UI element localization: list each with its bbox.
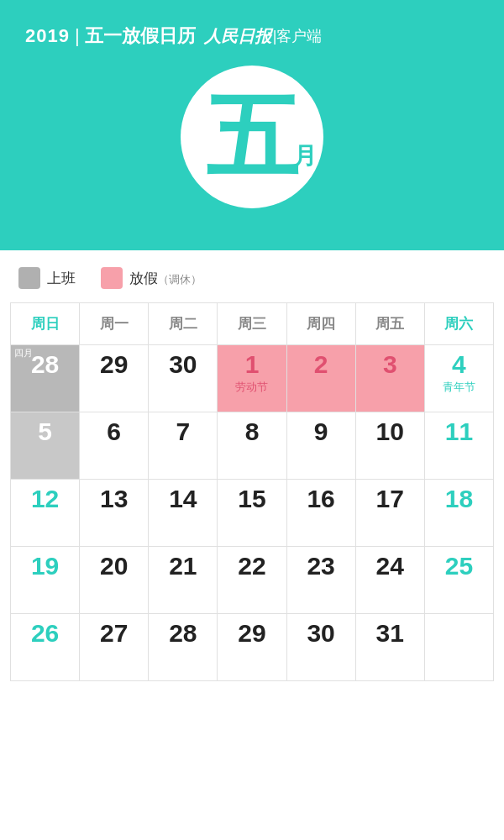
calendar-cell: 29 <box>218 614 286 681</box>
calendar-cell: 6 <box>80 412 149 480</box>
calendar-cell <box>424 614 493 681</box>
legend-holiday-box <box>101 267 123 289</box>
cell-num: 17 <box>360 485 421 512</box>
calendar-cell: 18 <box>424 480 493 547</box>
calendar-cell: 1劳动节 <box>218 345 286 412</box>
calendar-cell: 22 <box>218 547 286 614</box>
month-sub: 月 <box>293 144 317 168</box>
legend-row: 上班 放假（调休） <box>10 267 494 289</box>
calendar-cell: 19 <box>11 547 80 614</box>
calendar-row-4: 262728293031 <box>11 614 494 681</box>
th-thu: 周四 <box>286 303 355 345</box>
calendar-cell: 29 <box>80 345 149 412</box>
calendar-cell: 3 <box>355 345 424 412</box>
cell-num: 19 <box>14 552 76 580</box>
brand-name: 人民日报 <box>204 25 271 48</box>
legend-work-label: 上班 <box>47 269 76 288</box>
cell-num: 2 <box>291 350 352 378</box>
calendar-cell: 9 <box>286 412 355 480</box>
legend-work-box <box>18 267 40 289</box>
cell-num: 30 <box>291 619 352 647</box>
brand-suffix: |客户端 <box>273 26 323 46</box>
calendar-row-1: 567891011 <box>11 412 494 480</box>
calendar-cell: 四月28 <box>11 345 80 412</box>
calendar-cell: 14 <box>149 480 218 547</box>
cell-num: 8 <box>221 417 282 445</box>
cell-num: 15 <box>221 485 282 512</box>
calendar-table: 周日 周一 周二 周三 周四 周五 周六 四月2829301劳动节234青年节5… <box>10 302 494 681</box>
calendar-row-3: 19202122232425 <box>11 547 494 614</box>
calendar-cell: 4青年节 <box>424 345 493 412</box>
calendar-cell: 2 <box>286 345 355 412</box>
weekday-header-row: 周日 周一 周二 周三 周四 周五 周六 <box>11 303 494 345</box>
legend-holiday-label: 放假（调休） <box>129 269 202 288</box>
cell-num: 7 <box>152 417 213 445</box>
cell-num: 3 <box>360 350 421 378</box>
cell-sub: 劳动节 <box>221 380 282 395</box>
calendar-cell: 31 <box>355 614 424 681</box>
title-sep: | <box>75 25 80 47</box>
calendar-cell: 26 <box>11 614 80 681</box>
calendar-cell: 27 <box>80 614 149 681</box>
calendar-cell: 5 <box>11 412 80 480</box>
cell-num: 16 <box>291 485 352 512</box>
calendar-row-2: 12131415161718 <box>11 480 494 547</box>
month-circle-wrapper: 五 月 <box>25 66 479 208</box>
cell-num: 26 <box>14 619 76 647</box>
cell-num: 13 <box>83 485 144 512</box>
th-tue: 周二 <box>149 303 218 345</box>
calendar-cell: 25 <box>424 547 493 614</box>
cell-num: 31 <box>360 619 421 647</box>
cell-num: 14 <box>152 485 213 512</box>
calendar-cell: 8 <box>218 412 286 480</box>
cell-num: 6 <box>83 417 144 445</box>
calendar-cell: 17 <box>355 480 424 547</box>
cell-num: 21 <box>152 552 213 580</box>
cell-num: 29 <box>83 350 144 378</box>
calendar-cell: 20 <box>80 547 149 614</box>
calendar-cell: 7 <box>149 412 218 480</box>
header: 2019 | 五一放假日历 人民日报 |客户端 五 月 <box>0 0 504 250</box>
th-wed: 周三 <box>218 303 286 345</box>
calendar-cell: 28 <box>149 614 218 681</box>
cell-sub: 青年节 <box>428 380 490 395</box>
cell-num: 11 <box>428 417 490 445</box>
cell-num: 27 <box>83 619 144 647</box>
cell-num: 29 <box>221 619 282 647</box>
cell-num: 20 <box>83 552 144 580</box>
cell-num: 5 <box>14 417 76 445</box>
calendar-area: 上班 放假（调休） 周日 周一 周二 周三 周四 周五 周六 四月2829301… <box>0 250 504 698</box>
calendar-cell: 30 <box>286 614 355 681</box>
calendar-cell: 23 <box>286 547 355 614</box>
cell-num: 25 <box>428 552 490 580</box>
th-fri: 周五 <box>355 303 424 345</box>
title-row: 2019 | 五一放假日历 人民日报 |客户端 <box>25 24 479 49</box>
calendar-cell: 12 <box>11 480 80 547</box>
calendar-cell: 11 <box>424 412 493 480</box>
month-circle: 五 月 <box>181 66 323 208</box>
calendar-cell: 15 <box>218 480 286 547</box>
calendar-cell: 30 <box>149 345 218 412</box>
calendar-cell: 21 <box>149 547 218 614</box>
holiday-title: 五一放假日历 <box>85 24 196 49</box>
month-main: 五 月 <box>206 91 298 183</box>
cell-num: 30 <box>152 350 213 378</box>
cell-num: 4 <box>428 350 490 378</box>
brand-label: 人民日报 |客户端 <box>204 25 323 48</box>
cell-num: 22 <box>221 552 282 580</box>
legend-work: 上班 <box>18 267 76 289</box>
cell-num: 18 <box>428 485 490 512</box>
calendar-cell: 13 <box>80 480 149 547</box>
calendar-cell: 24 <box>355 547 424 614</box>
th-sun: 周日 <box>11 303 80 345</box>
cell-num: 9 <box>291 417 352 445</box>
cell-num: 24 <box>360 552 421 580</box>
calendar-row-0: 四月2829301劳动节234青年节 <box>11 345 494 412</box>
calendar-cell: 16 <box>286 480 355 547</box>
year-label: 2019 <box>25 25 70 47</box>
th-mon: 周一 <box>80 303 149 345</box>
cell-num: 23 <box>291 552 352 580</box>
legend-holiday: 放假（调休） <box>101 267 202 289</box>
cell-num: 28 <box>152 619 213 647</box>
calendar-cell: 10 <box>355 412 424 480</box>
